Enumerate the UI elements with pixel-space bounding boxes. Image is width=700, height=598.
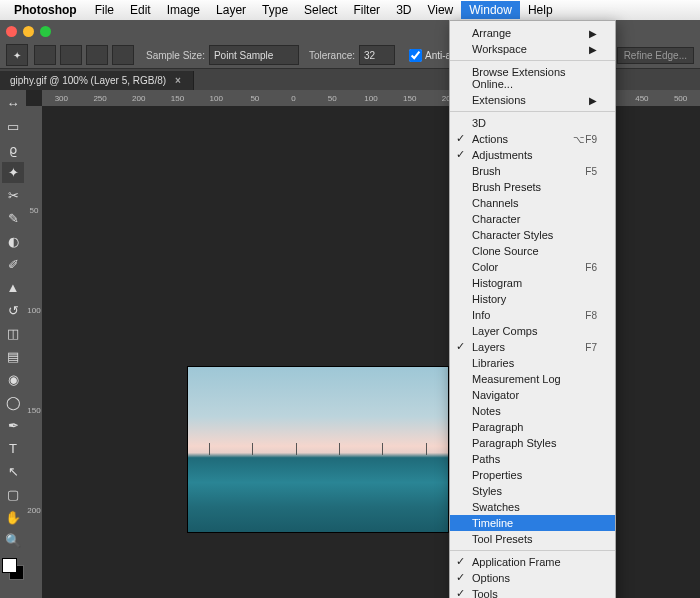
menu-item-notes[interactable]: Notes (450, 403, 615, 419)
menu-item-label: Timeline (472, 517, 513, 529)
crop-tool[interactable]: ✂ (2, 185, 24, 206)
options-preset-4[interactable] (112, 45, 134, 65)
document-tab[interactable]: giphy.gif @ 100% (Layer 5, RGB/8) × (0, 71, 194, 90)
menu-item-layers[interactable]: ✓LayersF7 (450, 339, 615, 355)
eraser-tool[interactable]: ◫ (2, 323, 24, 344)
magic-wand-tool[interactable]: ✦ (2, 162, 24, 183)
dodge-tool[interactable]: ◯ (2, 392, 24, 413)
menu-filter[interactable]: Filter (345, 1, 388, 19)
path-selection-tool[interactable]: ↖ (2, 461, 24, 482)
menu-item-application-frame[interactable]: ✓Application Frame (450, 554, 615, 570)
history-brush-tool[interactable]: ↺ (2, 300, 24, 321)
menu-item-styles[interactable]: Styles (450, 483, 615, 499)
zoom-tool[interactable]: 🔍 (2, 530, 24, 551)
menu-item-paragraph-styles[interactable]: Paragraph Styles (450, 435, 615, 451)
menu-item-label: Arrange (472, 27, 511, 39)
brush-tool[interactable]: ✐ (2, 254, 24, 275)
close-window-icon[interactable] (6, 26, 17, 37)
menu-item-paragraph[interactable]: Paragraph (450, 419, 615, 435)
sample-size-field[interactable] (209, 45, 299, 65)
menu-item-label: Notes (472, 405, 501, 417)
menu-item-label: Paths (472, 453, 500, 465)
image-horizon-posts (188, 443, 448, 455)
lasso-tool[interactable]: ϱ (2, 139, 24, 160)
menu-item-swatches[interactable]: Swatches (450, 499, 615, 515)
menu-item-histogram[interactable]: Histogram (450, 275, 615, 291)
menu-item-layer-comps[interactable]: Layer Comps (450, 323, 615, 339)
menu-item-properties[interactable]: Properties (450, 467, 615, 483)
menu-item-extensions[interactable]: Extensions▶ (450, 92, 615, 108)
menu-item-brush[interactable]: BrushF5 (450, 163, 615, 179)
menu-item-channels[interactable]: Channels (450, 195, 615, 211)
app-name[interactable]: Photoshop (14, 3, 77, 17)
menu-item-adjustments[interactable]: ✓Adjustments (450, 147, 615, 163)
menu-select[interactable]: Select (296, 1, 345, 19)
marquee-tool[interactable]: ▭ (2, 116, 24, 137)
type-tool[interactable]: T (2, 438, 24, 459)
refine-edge-button[interactable]: Refine Edge... (617, 47, 694, 64)
menu-item-brush-presets[interactable]: Brush Presets (450, 179, 615, 195)
menu-item-label: Layer Comps (472, 325, 537, 337)
menu-item-clone-source[interactable]: Clone Source (450, 243, 615, 259)
menu-image[interactable]: Image (159, 1, 208, 19)
menu-item-timeline[interactable]: Timeline (450, 515, 615, 531)
menu-edit[interactable]: Edit (122, 1, 159, 19)
canvas-image[interactable] (187, 366, 449, 533)
gradient-tool[interactable]: ▤ (2, 346, 24, 367)
menu-item-character[interactable]: Character (450, 211, 615, 227)
menu-help[interactable]: Help (520, 1, 561, 19)
menu-item-actions[interactable]: ✓Actions⌥F9 (450, 131, 615, 147)
submenu-arrow-icon: ▶ (589, 44, 597, 55)
menu-view[interactable]: View (419, 1, 461, 19)
menu-item-character-styles[interactable]: Character Styles (450, 227, 615, 243)
menu-layer[interactable]: Layer (208, 1, 254, 19)
menu-item-label: Tools (472, 588, 498, 598)
submenu-arrow-icon: ▶ (589, 28, 597, 39)
pen-tool[interactable]: ✒ (2, 415, 24, 436)
menu-item-label: Channels (472, 197, 518, 209)
menu-item-paths[interactable]: Paths (450, 451, 615, 467)
zoom-window-icon[interactable] (40, 26, 51, 37)
menu-shortcut: F7 (585, 342, 597, 353)
blur-tool[interactable]: ◉ (2, 369, 24, 390)
menu-type[interactable]: Type (254, 1, 296, 19)
menu-item-workspace[interactable]: Workspace▶ (450, 41, 615, 57)
close-tab-icon[interactable]: × (175, 75, 181, 86)
eyedropper-tool[interactable]: ✎ (2, 208, 24, 229)
menu-item-label: Libraries (472, 357, 514, 369)
menu-item-label: Layers (472, 341, 505, 353)
menu-item-tools[interactable]: ✓Tools (450, 586, 615, 598)
menu-3d[interactable]: 3D (388, 1, 419, 19)
menu-item-arrange[interactable]: Arrange▶ (450, 25, 615, 41)
menu-item-history[interactable]: History (450, 291, 615, 307)
clone-stamp-tool[interactable]: ▲ (2, 277, 24, 298)
menu-item-browse-extensions-online-[interactable]: Browse Extensions Online... (450, 64, 615, 92)
minimize-window-icon[interactable] (23, 26, 34, 37)
menu-item-3d[interactable]: 3D (450, 115, 615, 131)
options-preset-3[interactable] (86, 45, 108, 65)
menu-item-options[interactable]: ✓Options (450, 570, 615, 586)
menu-item-label: Styles (472, 485, 502, 497)
current-tool-icon[interactable]: ✦ (6, 44, 28, 66)
menu-item-navigator[interactable]: Navigator (450, 387, 615, 403)
menu-item-tool-presets[interactable]: Tool Presets (450, 531, 615, 547)
menu-file[interactable]: File (87, 1, 122, 19)
menu-item-libraries[interactable]: Libraries (450, 355, 615, 371)
hand-tool[interactable]: ✋ (2, 507, 24, 528)
menu-item-color[interactable]: ColorF6 (450, 259, 615, 275)
menu-item-measurement-log[interactable]: Measurement Log (450, 371, 615, 387)
menu-window[interactable]: Window (461, 1, 520, 19)
options-preset-1[interactable] (34, 45, 56, 65)
window-menu-dropdown[interactable]: Arrange▶Workspace▶Browse Extensions Onli… (449, 20, 616, 598)
foreground-background-swatch[interactable] (2, 558, 24, 580)
tolerance-field[interactable] (359, 45, 395, 65)
check-icon: ✓ (456, 340, 465, 353)
options-preset-2[interactable] (60, 45, 82, 65)
healing-brush-tool[interactable]: ◐ (2, 231, 24, 252)
menu-item-label: Browse Extensions Online... (472, 66, 597, 90)
move-tool[interactable]: ↔ (2, 93, 24, 114)
check-icon: ✓ (456, 555, 465, 568)
rectangle-tool[interactable]: ▢ (2, 484, 24, 505)
menu-item-info[interactable]: InfoF8 (450, 307, 615, 323)
anti-alias-input[interactable] (409, 49, 422, 62)
